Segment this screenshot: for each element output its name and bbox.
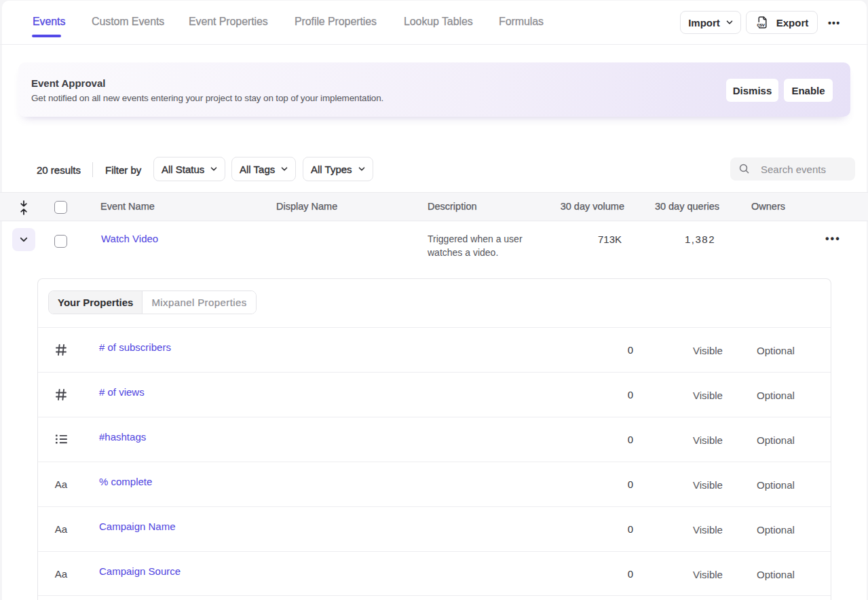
- svg-text:csv: csv: [757, 22, 765, 28]
